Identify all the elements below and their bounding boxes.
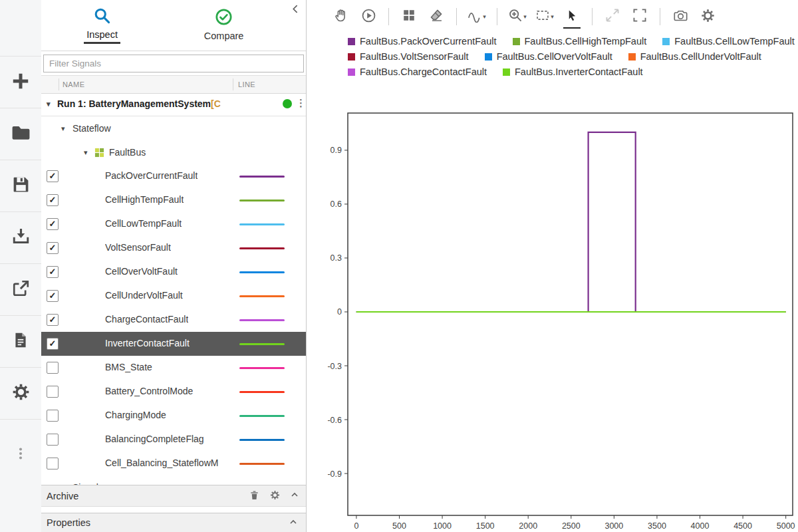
svg-text:2500: 2500 bbox=[562, 521, 581, 531]
collapse-triangle-icon[interactable]: ▾ bbox=[61, 124, 69, 133]
signal-checkbox[interactable]: ✓ bbox=[47, 266, 59, 278]
svg-text:0.9: 0.9 bbox=[331, 146, 342, 155]
signal-table-header: NAME LINE bbox=[41, 75, 306, 94]
plot-toolbar: ▾▾▾ bbox=[331, 3, 718, 31]
trash-icon[interactable] bbox=[249, 489, 260, 503]
signal-row[interactable]: ✓ InverterContactFault bbox=[41, 332, 306, 356]
signal-checkbox[interactable]: ✓ bbox=[47, 218, 59, 230]
signal-checkbox[interactable] bbox=[47, 458, 59, 469]
signal-line-sample bbox=[239, 200, 285, 201]
snapshot-button[interactable] bbox=[670, 5, 691, 29]
replay-button[interactable] bbox=[358, 5, 379, 29]
svg-text:1000: 1000 bbox=[433, 521, 452, 531]
plus-icon bbox=[11, 71, 31, 94]
properties-collapse-chevron-icon[interactable] bbox=[289, 517, 298, 529]
signal-tool-button[interactable]: ▾ bbox=[466, 5, 487, 29]
group-label: FaultBus bbox=[109, 147, 146, 158]
archive-settings-gear-icon[interactable] bbox=[269, 489, 281, 503]
plot-settings-button[interactable] bbox=[697, 5, 718, 29]
fit-view-button[interactable] bbox=[629, 5, 650, 29]
bus-icon bbox=[94, 148, 104, 158]
legend-item[interactable]: FaultBus.CellHighTempFault bbox=[513, 36, 647, 47]
group-row-stateflow[interactable]: ▾ Stateflow bbox=[41, 116, 306, 140]
signal-row[interactable]: ✓ ChargeContactFault bbox=[41, 308, 306, 332]
signal-row[interactable]: ChargingMode bbox=[41, 404, 306, 428]
chevron-down-icon[interactable]: ▾ bbox=[551, 13, 554, 20]
legend-label: FaultBus.VoltSensorFault bbox=[360, 51, 469, 62]
signal-checkbox[interactable]: ✓ bbox=[47, 194, 59, 206]
pointer-button[interactable] bbox=[561, 5, 583, 29]
open-button[interactable] bbox=[0, 108, 41, 160]
signal-checkbox[interactable] bbox=[47, 410, 59, 422]
signal-checkbox[interactable]: ✓ bbox=[47, 170, 59, 182]
signal-name: BMS_State bbox=[105, 362, 152, 372]
legend-label: FaultBus.CellOverVoltFault bbox=[497, 51, 612, 62]
signal-row[interactable]: ✓ CellLowTempFault bbox=[41, 212, 306, 236]
collapse-sidebar-icon[interactable] bbox=[291, 4, 301, 17]
svg-text:0: 0 bbox=[354, 521, 358, 531]
folder-icon bbox=[11, 122, 31, 146]
import-button[interactable] bbox=[0, 212, 41, 264]
layout-button[interactable] bbox=[398, 5, 420, 29]
svg-text:-0.6: -0.6 bbox=[327, 416, 342, 425]
run-title-suffix: [C bbox=[211, 98, 221, 109]
legend-item[interactable]: FaultBus.InverterContactFault bbox=[503, 66, 643, 77]
column-header-name: NAME bbox=[63, 80, 84, 88]
collapse-triangle-icon[interactable]: ▾ bbox=[47, 100, 55, 108]
legend-item[interactable]: FaultBus.CellLowTempFault bbox=[662, 36, 795, 47]
zoom-region-button[interactable]: ▾ bbox=[534, 5, 555, 29]
archive-collapse-chevron-icon[interactable] bbox=[290, 490, 299, 501]
time-plot[interactable]: 0500100015002000250030003500400045005000… bbox=[322, 112, 798, 532]
legend-item[interactable]: FaultBus.VoltSensorFault bbox=[348, 51, 469, 62]
signal-row[interactable]: ✓ CellUnderVoltFault bbox=[41, 284, 306, 308]
group-row-faultbus[interactable]: ▾ FaultBus bbox=[41, 140, 306, 164]
chevron-down-icon[interactable]: ▾ bbox=[523, 13, 527, 20]
run-menu-icon[interactable]: ⋮ bbox=[296, 97, 306, 109]
signal-line-sample bbox=[239, 176, 285, 178]
tab-compare[interactable]: Compare bbox=[163, 0, 285, 51]
signal-checkbox[interactable]: ✓ bbox=[47, 242, 59, 254]
tab-inspect[interactable]: Inspect bbox=[41, 0, 163, 51]
properties-bar[interactable]: Properties bbox=[41, 513, 306, 532]
legend-item[interactable]: FaultBus.CellOverVoltFault bbox=[485, 51, 612, 62]
archive-bar[interactable]: Archive bbox=[41, 485, 306, 507]
svg-text:-0.9: -0.9 bbox=[327, 469, 342, 479]
signal-checkbox[interactable] bbox=[47, 434, 59, 446]
legend-swatch bbox=[628, 53, 636, 61]
group-row-signal-clipped[interactable]: ▾ Signal bbox=[41, 475, 306, 485]
signal-name: Cell_Balancing_StateflowM bbox=[105, 458, 218, 468]
signal-row[interactable]: Cell_Balancing_StateflowM bbox=[41, 452, 306, 475]
svg-text:0: 0 bbox=[337, 307, 342, 317]
signal-checkbox[interactable]: ✓ bbox=[47, 290, 59, 302]
signal-row[interactable]: ✓ CellOverVoltFault bbox=[41, 260, 306, 284]
signal-checkbox[interactable] bbox=[47, 386, 59, 398]
signal-wave-icon bbox=[467, 8, 482, 25]
report-icon bbox=[12, 331, 29, 352]
svg-text:4000: 4000 bbox=[691, 521, 710, 531]
more-button[interactable] bbox=[0, 420, 41, 532]
signal-checkbox[interactable]: ✓ bbox=[47, 314, 59, 326]
signal-row[interactable]: ✓ CellHighTempFault bbox=[41, 188, 306, 212]
add-button[interactable] bbox=[0, 57, 41, 108]
signal-row[interactable]: BalancingCompleteFlag bbox=[41, 428, 306, 452]
legend-item[interactable]: FaultBus.PackOverCurrentFault bbox=[348, 36, 497, 47]
save-button[interactable] bbox=[0, 160, 41, 212]
signal-row[interactable]: ✓ VoltSensorFault bbox=[41, 236, 306, 260]
chevron-down-icon[interactable]: ▾ bbox=[483, 13, 486, 20]
clear-button[interactable] bbox=[426, 5, 447, 29]
signal-row[interactable]: BMS_State bbox=[41, 356, 306, 380]
preferences-button[interactable] bbox=[0, 368, 41, 420]
legend-item[interactable]: FaultBus.ChargeContactFault bbox=[348, 66, 487, 77]
signal-row[interactable]: ✓ PackOverCurrentFault bbox=[41, 164, 306, 188]
pan-button[interactable] bbox=[331, 5, 352, 29]
report-button[interactable] bbox=[0, 316, 41, 368]
signal-checkbox[interactable] bbox=[47, 362, 59, 374]
signal-checkbox[interactable]: ✓ bbox=[47, 338, 59, 350]
export-button[interactable] bbox=[0, 264, 41, 316]
legend-item[interactable]: FaultBus.CellUnderVoltFault bbox=[628, 51, 761, 62]
zoom-in-button[interactable]: ▾ bbox=[507, 5, 528, 29]
signal-row[interactable]: Battery_ControlMode bbox=[41, 380, 306, 404]
run-row[interactable]: ▾ Run 1: BatteryManagementSystem[C ⋮ bbox=[41, 92, 306, 116]
collapse-triangle-icon[interactable]: ▾ bbox=[84, 148, 92, 157]
filter-signals-input[interactable] bbox=[43, 55, 304, 72]
